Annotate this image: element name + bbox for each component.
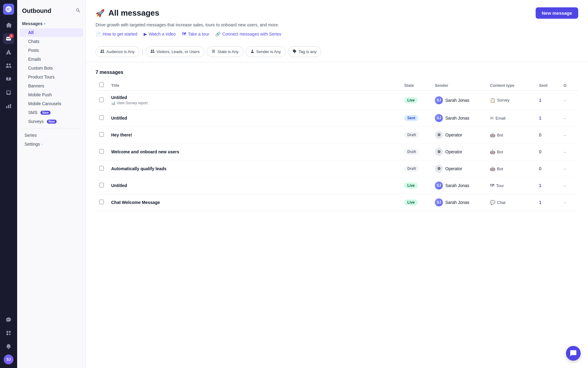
row-title-cell[interactable]: Welcome and onboard new users [107, 144, 401, 160]
audience-filter[interactable]: Audience is Any [96, 46, 139, 57]
sidebar-item-sms[interactable]: SMS New [20, 108, 83, 117]
user-avatar[interactable]: SJ [4, 355, 13, 364]
g-value: – [564, 132, 566, 137]
chat-bubble[interactable] [566, 346, 581, 361]
sender-name: Sarah Jonas [445, 200, 469, 205]
content-type-icon: 💬 [490, 200, 495, 205]
content-type-info: 🤖 Bot [490, 132, 532, 137]
analytics-icon[interactable] [3, 101, 14, 112]
row-checkbox-2[interactable] [99, 132, 104, 137]
sidebar-item-settings[interactable]: Settings › [20, 140, 83, 148]
row-content-type-cell: 🤖 Bot [486, 144, 535, 160]
row-title-cell[interactable]: Untitled [107, 177, 401, 194]
messages-label: Messages [22, 21, 43, 26]
row-sent-cell: 0 [535, 144, 560, 160]
col-header-sent: Sent [535, 80, 560, 91]
sidebar-item-mobile-push[interactable]: Mobile Push [20, 90, 83, 99]
sidebar-item-surveys[interactable]: Surveys New [20, 117, 83, 126]
home-icon[interactable] [3, 20, 14, 31]
sidebar-item-banners[interactable]: Banners [20, 82, 83, 90]
row-title-cell[interactable]: Untitled [107, 110, 401, 127]
how-to-start-link[interactable]: 📄 How to get started [96, 32, 138, 36]
table-row[interactable]: Welcome and onboard new users Draft ⚙ Op… [96, 144, 578, 160]
table-row[interactable]: Untitled Live SJ Sarah Jonas 🗺 Tour 1 – [96, 177, 578, 194]
row-title-cell[interactable]: Untitled 📊 View Survey report [107, 91, 401, 110]
segment-icon [150, 49, 155, 54]
row-checkbox-0[interactable] [99, 98, 104, 102]
content-type-label: Bot [497, 167, 503, 171]
row-title-cell[interactable]: Chat Welcome Message [107, 194, 401, 211]
apps-icon[interactable] [3, 328, 14, 339]
main-content: 🚀 All messages New message Drive growth … [86, 0, 588, 368]
sidebar-item-product-tours[interactable]: Product Tours [20, 73, 83, 81]
new-message-button[interactable]: New message [536, 7, 578, 19]
row-checkbox-1[interactable] [99, 115, 104, 120]
sender-info: SJ Sarah Jonas [435, 198, 483, 206]
row-title: Untitled [111, 95, 397, 100]
chats-label: Chats [28, 39, 40, 44]
row-checkbox-5[interactable] [99, 183, 104, 187]
tag-filter[interactable]: Tag is any [288, 46, 321, 57]
connect-series-link[interactable]: 🔗 Connect messages with Series [215, 32, 281, 36]
sidebar-item-mobile-carousels[interactable]: Mobile Carousels [20, 99, 83, 108]
table-row[interactable]: Hey there! Draft ⚙ Operator 🤖 Bot 0 – [96, 127, 578, 144]
outbound-mail-icon[interactable]: 1 [3, 33, 14, 44]
select-all-checkbox[interactable] [99, 82, 104, 87]
row-sent-cell: 1 [535, 91, 560, 110]
sidebar-item-emails[interactable]: Emails [20, 55, 83, 63]
row-content-type-cell: 🗺 Tour [486, 177, 535, 194]
watch-video-link[interactable]: ▶ Watch a video [144, 32, 176, 36]
row-sender-cell: ⚙ Operator [431, 144, 486, 160]
sidebar-item-series[interactable]: Series [20, 131, 83, 140]
row-state-cell: Live [401, 91, 431, 110]
row-checkbox-3[interactable] [99, 149, 104, 154]
sender-filter[interactable]: Sender is Any [246, 46, 285, 57]
header-top: 🚀 All messages New message [96, 7, 578, 19]
chat-icon[interactable] [3, 314, 14, 325]
table-row[interactable]: Automatically qualify leads Draft ⚙ Oper… [96, 160, 578, 177]
map-icon: 🗺 [182, 32, 186, 36]
table-row[interactable]: Untitled Sent SJ Sarah Jonas ✉ Email 1 – [96, 110, 578, 127]
emails-label: Emails [28, 57, 41, 62]
messages-section-header[interactable]: Messages ▾ [17, 19, 85, 28]
surveys-label: Surveys [28, 119, 44, 124]
sidebar-item-all[interactable]: All [20, 28, 83, 37]
state-filter[interactable]: State is Any [207, 46, 243, 57]
bell-icon[interactable] [3, 341, 14, 352]
row-sender-cell: SJ Sarah Jonas [431, 110, 486, 127]
row-checkbox-cell [96, 127, 107, 144]
row-checkbox-cell [96, 194, 107, 211]
content-type-label: Bot [497, 133, 503, 137]
page-title: All messages [108, 8, 159, 18]
row-title-cell[interactable]: Hey there! [107, 127, 401, 144]
sidebar-item-custom-bots[interactable]: Custom Bots [20, 64, 83, 72]
row-g-cell: – [560, 144, 578, 160]
row-title: Chat Welcome Message [111, 200, 397, 205]
row-subtitle[interactable]: 📊 View Survey report [111, 101, 397, 105]
table-row[interactable]: Untitled 📊 View Survey report Live SJ Sa… [96, 91, 578, 110]
row-content-type-cell: 💬 Chat [486, 194, 535, 211]
state-badge: Live [404, 97, 418, 103]
rocket-icon[interactable] [3, 47, 14, 58]
row-title-cell[interactable]: Automatically qualify leads [107, 160, 401, 177]
sidebar-item-chats[interactable]: Chats [20, 37, 83, 46]
app-logo[interactable]: IC [3, 4, 14, 15]
sender-avatar: SJ [435, 114, 443, 122]
sidebar-search-icon[interactable] [76, 8, 81, 14]
table-header-row: Title State Sender Content type Sent G [96, 80, 578, 91]
content-type-icon: 🤖 [490, 149, 495, 154]
contacts-icon[interactable] [3, 60, 14, 71]
book-icon[interactable] [3, 74, 14, 85]
table-row[interactable]: Chat Welcome Message Live SJ Sarah Jonas… [96, 194, 578, 211]
segment-filter[interactable]: Visitors, Leads, or Users [146, 46, 204, 57]
col-header-g: G [560, 80, 578, 91]
sidebar-title: Outbound [17, 5, 85, 19]
sender-info: SJ Sarah Jonas [435, 114, 483, 122]
row-checkbox-4[interactable] [99, 166, 104, 171]
sender-avatar: SJ [435, 182, 443, 190]
sidebar-item-posts[interactable]: Posts [20, 46, 83, 55]
row-checkbox-6[interactable] [99, 200, 104, 204]
take-tour-link[interactable]: 🗺 Take a tour [182, 32, 209, 36]
row-g-cell: – [560, 177, 578, 194]
inbox-icon[interactable] [3, 87, 14, 98]
